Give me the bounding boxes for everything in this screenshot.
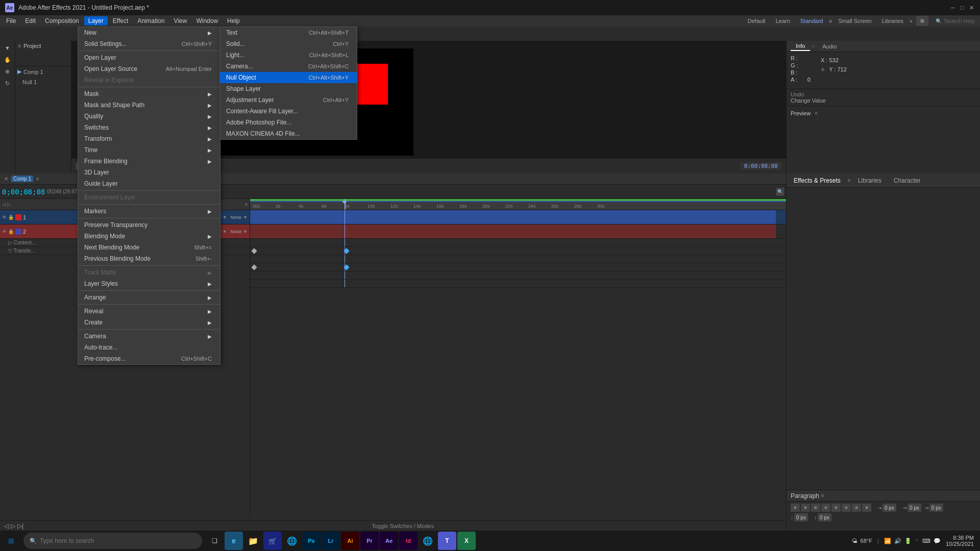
indent-left-value[interactable]: 0 px bbox=[883, 504, 896, 512]
menu-edit[interactable]: Edit bbox=[21, 16, 40, 26]
workspace-learn[interactable]: Learn bbox=[772, 17, 794, 25]
taskbar-lightroom[interactable]: Lr bbox=[322, 532, 340, 550]
comp-close-icon[interactable]: ✕ bbox=[4, 176, 8, 182]
workspace-icon-button[interactable]: ⊞ bbox=[916, 16, 928, 26]
space-before-value[interactable]: 0 px bbox=[794, 513, 808, 521]
align-left-btn[interactable]: ≡ bbox=[791, 504, 800, 512]
clock-date[interactable]: 8:38 PM 10/25/2021 bbox=[946, 535, 974, 547]
layer-1-none-dropdown[interactable]: ▼ bbox=[243, 215, 248, 220]
new-solid[interactable]: Solid... Ctrl+Y bbox=[220, 38, 357, 49]
current-time-display[interactable]: 0;00;08;08 bbox=[740, 162, 782, 170]
layer-2-none-dropdown[interactable]: ▼ bbox=[243, 229, 248, 234]
next-frame-btn[interactable]: ▷| bbox=[17, 522, 23, 530]
taskbar-indesign[interactable]: Id bbox=[399, 532, 418, 550]
layer-menu-frame-blending[interactable]: Frame Blending ▶ bbox=[78, 156, 220, 167]
tool-zoom[interactable]: ⊕ bbox=[3, 66, 13, 77]
layer-menu-open-layer[interactable]: Open Layer bbox=[78, 52, 220, 63]
notification-icon[interactable]: 💬 bbox=[934, 538, 941, 544]
paragraph-options-icon[interactable]: ≡ bbox=[821, 493, 824, 498]
minimize-button[interactable]: ─ bbox=[949, 4, 957, 11]
menu-window[interactable]: Window bbox=[192, 16, 222, 26]
tab-character[interactable]: Character bbox=[889, 176, 926, 185]
new-shape-layer[interactable]: Shape Layer bbox=[220, 83, 357, 94]
menu-animation[interactable]: Animation bbox=[133, 16, 168, 26]
layer-menu-camera[interactable]: Camera ▶ bbox=[78, 331, 220, 342]
layer-menu-markers[interactable]: Markers ▶ bbox=[78, 206, 220, 217]
tab-effects-presets[interactable]: Effects & Presets bbox=[789, 176, 846, 185]
layer-menu-guide-layer[interactable]: Guide Layer bbox=[78, 178, 220, 189]
comp-tab-label[interactable]: Comp 1 bbox=[11, 176, 33, 182]
taskbar-search-input[interactable] bbox=[40, 537, 183, 544]
new-maxon-cinema[interactable]: MAXON CINEMA 4D File... bbox=[220, 128, 357, 139]
align-right-btn[interactable]: ≡ bbox=[811, 504, 820, 512]
task-view-button[interactable]: ❑ bbox=[205, 532, 224, 550]
layer-menu-reveal[interactable]: Reveal ▶ bbox=[78, 306, 220, 317]
workspace-standard[interactable]: Standard bbox=[796, 17, 827, 25]
menu-help[interactable]: Help bbox=[223, 16, 244, 26]
align-left2-btn[interactable]: ≡ bbox=[842, 504, 851, 512]
layer-menu-time[interactable]: Time ▶ bbox=[78, 144, 220, 156]
layer-2-lock-icon[interactable]: 🔒 bbox=[8, 229, 14, 234]
prev-frame-btn[interactable]: ◁ bbox=[4, 522, 9, 530]
layer-menu-new[interactable]: New ▶ bbox=[78, 27, 220, 38]
start-button[interactable]: ⊞ bbox=[2, 532, 20, 550]
menu-effect[interactable]: Effect bbox=[109, 16, 132, 26]
align-right2-btn[interactable]: ≡ bbox=[862, 504, 871, 512]
layer-menu-arrange[interactable]: Arrange ▶ bbox=[78, 292, 220, 303]
layer-menu-prev-blending[interactable]: Previous Blending Mode Shift+- bbox=[78, 253, 220, 264]
new-light[interactable]: Light... Ctrl+Alt+Shift+L bbox=[220, 49, 357, 61]
taskbar-chrome-2[interactable]: 🌐 bbox=[419, 532, 437, 550]
layer-menu-preserve-transparency[interactable]: Preserve Transparency bbox=[78, 219, 220, 231]
tab-info[interactable]: Info bbox=[791, 42, 810, 51]
workspace-default[interactable]: Default bbox=[744, 17, 770, 25]
tool-hand[interactable]: ✋ bbox=[3, 55, 13, 65]
new-adjustment-layer[interactable]: Adjustment Layer Ctrl+Alt+Y bbox=[220, 94, 357, 106]
align-center-btn[interactable]: ≡ bbox=[801, 504, 810, 512]
network-icon[interactable]: 📶 bbox=[884, 538, 891, 544]
workspace-small-screen[interactable]: Small Screen bbox=[834, 17, 875, 25]
layer-1-content-expand[interactable]: ▷ Content... bbox=[8, 240, 36, 245]
layer-menu-solid-settings[interactable]: Solid Settings... Ctrl+Shift+Y bbox=[78, 38, 220, 49]
taskbar-edge[interactable]: e bbox=[225, 532, 243, 550]
taskbar-explorer[interactable]: 📁 bbox=[244, 532, 262, 550]
new-camera[interactable]: Camera... Ctrl+Alt+Shift+C bbox=[220, 61, 357, 72]
comp-tab-options-icon[interactable]: ≡ bbox=[36, 176, 39, 182]
layer-menu-auto-trace[interactable]: Auto-trace... bbox=[78, 342, 220, 353]
layer-1-transform-expand[interactable]: ▽ Transfo... bbox=[8, 248, 35, 254]
taskbar-premiere[interactable]: Pr bbox=[360, 532, 379, 550]
menu-file[interactable]: File bbox=[2, 16, 20, 26]
taskbar-search-bar[interactable]: 🔍 bbox=[23, 533, 202, 549]
menu-composition[interactable]: Composition bbox=[41, 16, 83, 26]
align-justify-btn[interactable]: ≡ bbox=[821, 504, 830, 512]
layer-menu-next-blending[interactable]: Next Blending Mode Shift+= bbox=[78, 242, 220, 253]
new-adobe-photoshop[interactable]: Adobe Photoshop File... bbox=[220, 117, 357, 128]
indent-extra-value[interactable]: 0 px bbox=[929, 504, 943, 512]
preview-options-icon[interactable]: ≡ bbox=[815, 110, 818, 116]
layer-menu-switches[interactable]: Switches ▶ bbox=[78, 122, 220, 133]
new-null-object[interactable]: Null Object Ctrl+Alt+Shift+Y bbox=[220, 72, 357, 83]
taskbar-after-effects[interactable]: Ae bbox=[380, 532, 398, 550]
taskbar-store[interactable]: 🛒 bbox=[263, 532, 282, 550]
tab-audio[interactable]: Audio bbox=[817, 42, 842, 51]
workspace-libraries[interactable]: Libraries bbox=[878, 17, 908, 25]
space-after-value[interactable]: 0 px bbox=[818, 513, 831, 521]
menu-view[interactable]: View bbox=[170, 16, 191, 26]
taskbar-teams[interactable]: T bbox=[438, 532, 456, 550]
search-help-box[interactable]: 🔍 Search Help bbox=[933, 16, 978, 26]
new-content-aware-fill[interactable]: Content-Aware Fill Layer... bbox=[220, 106, 357, 117]
tab-libraries[interactable]: Libraries bbox=[853, 176, 887, 185]
tool-select[interactable]: ▼ bbox=[3, 43, 13, 53]
toggle-switches-label[interactable]: Toggle Switches / Modes bbox=[372, 523, 434, 529]
close-button[interactable]: ✕ bbox=[968, 4, 975, 11]
comp-name[interactable]: Comp 1 bbox=[23, 69, 43, 75]
indent-right-value[interactable]: 0 px bbox=[908, 504, 921, 512]
layer-menu-mask-shape-path[interactable]: Mask and Shape Path ▶ bbox=[78, 99, 220, 111]
layer-menu-blending-mode[interactable]: Blending Mode ▶ bbox=[78, 231, 220, 242]
workspace-options-icon[interactable]: ≡ bbox=[829, 18, 832, 24]
layer-menu-create[interactable]: Create ▶ bbox=[78, 317, 220, 328]
workspace-more-icon[interactable]: » bbox=[910, 18, 913, 24]
layer-menu-pre-compose[interactable]: Pre-compose... Ctrl+Shift+C bbox=[78, 353, 220, 364]
taskbar-photoshop[interactable]: Ps bbox=[302, 532, 321, 550]
layer-menu-open-layer-source[interactable]: Open Layer Source Alt+Numpad Enter bbox=[78, 63, 220, 74]
taskbar-illustrator[interactable]: Ai bbox=[341, 532, 359, 550]
